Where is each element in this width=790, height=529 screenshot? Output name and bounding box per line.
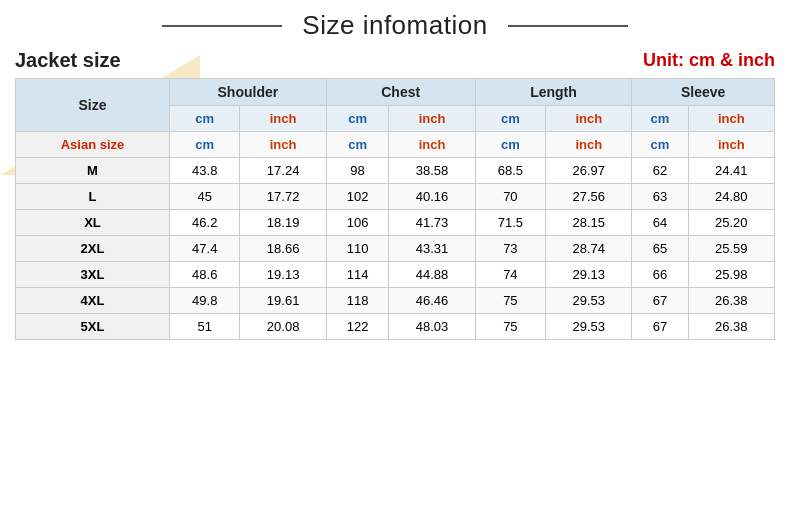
chest-inch-header: inch	[389, 106, 475, 132]
sleeve-cm-cell: 64	[632, 210, 688, 236]
shoulder-cm-cell: 49.8	[170, 288, 240, 314]
shoulder-cm-header: cm	[170, 106, 240, 132]
sleeve-cm-cell: 63	[632, 184, 688, 210]
jacket-size-label: Jacket size	[15, 49, 121, 72]
size-cell: 4XL	[16, 288, 170, 314]
length-cm-cell: 74	[475, 262, 545, 288]
chest-cm-cell: 106	[326, 210, 389, 236]
subtitle-row: Jacket size Unit: cm & inch	[15, 49, 775, 72]
length-inch-cell: 27.56	[546, 184, 632, 210]
shoulder-column-header: Shoulder	[170, 79, 327, 106]
length-cm-cell: 70	[475, 184, 545, 210]
table-row: 3XL 48.6 19.13 114 44.88 74 29.13 66 25.…	[16, 262, 775, 288]
sleeve-cm-header: cm	[632, 106, 688, 132]
size-cell: M	[16, 158, 170, 184]
shoulder-inch-cell: 20.08	[240, 314, 326, 340]
length-cm-cell: 73	[475, 236, 545, 262]
shoulder-cm-cell: 43.8	[170, 158, 240, 184]
size-column-header: Size	[16, 79, 170, 132]
length-cm-cell: 75	[475, 288, 545, 314]
length-inch-cell: 29.53	[546, 288, 632, 314]
sleeve-inch-cell: 25.20	[688, 210, 774, 236]
length-inch-cell: 28.15	[546, 210, 632, 236]
main-title: Size infomation	[302, 10, 487, 41]
title-line-left	[162, 25, 282, 27]
shoulder-inch-cell: 18.66	[240, 236, 326, 262]
asian-chest-cm: cm	[326, 132, 389, 158]
shoulder-cm-cell: 48.6	[170, 262, 240, 288]
asian-sleeve-inch: inch	[688, 132, 774, 158]
size-cell: XL	[16, 210, 170, 236]
sleeve-inch-cell: 26.38	[688, 288, 774, 314]
chest-inch-cell: 40.16	[389, 184, 475, 210]
chest-inch-cell: 43.31	[389, 236, 475, 262]
chest-inch-cell: 41.73	[389, 210, 475, 236]
asian-size-label: Asian size	[16, 132, 170, 158]
shoulder-cm-cell: 46.2	[170, 210, 240, 236]
length-inch-cell: 26.97	[546, 158, 632, 184]
sleeve-inch-cell: 24.41	[688, 158, 774, 184]
table-row: M 43.8 17.24 98 38.58 68.5 26.97 62 24.4…	[16, 158, 775, 184]
sleeve-inch-cell: 25.59	[688, 236, 774, 262]
sleeve-column-header: Sleeve	[632, 79, 775, 106]
length-cm-cell: 68.5	[475, 158, 545, 184]
chest-cm-cell: 102	[326, 184, 389, 210]
size-table: Size Shoulder Chest Length Sleeve cm inc…	[15, 78, 775, 340]
size-cell: 5XL	[16, 314, 170, 340]
asian-shoulder-cm: cm	[170, 132, 240, 158]
title-area: Size infomation	[15, 10, 775, 41]
size-cell: 2XL	[16, 236, 170, 262]
shoulder-inch-cell: 17.24	[240, 158, 326, 184]
chest-cm-cell: 98	[326, 158, 389, 184]
length-inch-cell: 29.53	[546, 314, 632, 340]
title-line-right	[508, 25, 628, 27]
shoulder-inch-cell: 18.19	[240, 210, 326, 236]
length-column-header: Length	[475, 79, 632, 106]
length-cm-cell: 75	[475, 314, 545, 340]
table-row: L 45 17.72 102 40.16 70 27.56 63 24.80	[16, 184, 775, 210]
asian-chest-inch: inch	[389, 132, 475, 158]
sleeve-cm-cell: 62	[632, 158, 688, 184]
asian-length-inch: inch	[546, 132, 632, 158]
chest-cm-cell: 110	[326, 236, 389, 262]
table-row: XL 46.2 18.19 106 41.73 71.5 28.15 64 25…	[16, 210, 775, 236]
length-inch-header: inch	[546, 106, 632, 132]
length-cm-header: cm	[475, 106, 545, 132]
size-cell: 3XL	[16, 262, 170, 288]
asian-size-row: Asian size cm inch cm inch cm inch cm in…	[16, 132, 775, 158]
shoulder-cm-cell: 47.4	[170, 236, 240, 262]
chest-inch-cell: 48.03	[389, 314, 475, 340]
length-inch-cell: 28.74	[546, 236, 632, 262]
sleeve-cm-cell: 66	[632, 262, 688, 288]
chest-inch-cell: 46.46	[389, 288, 475, 314]
shoulder-inch-cell: 19.61	[240, 288, 326, 314]
asian-sleeve-cm: cm	[632, 132, 688, 158]
title-line: Size infomation	[15, 10, 775, 41]
sleeve-cm-cell: 67	[632, 314, 688, 340]
main-container: Size infomation Jacket size Unit: cm & i…	[0, 0, 790, 529]
sleeve-cm-cell: 67	[632, 288, 688, 314]
asian-shoulder-inch: inch	[240, 132, 326, 158]
header-group-row: Size Shoulder Chest Length Sleeve	[16, 79, 775, 106]
chest-inch-cell: 44.88	[389, 262, 475, 288]
sleeve-inch-cell: 24.80	[688, 184, 774, 210]
length-cm-cell: 71.5	[475, 210, 545, 236]
chest-cm-cell: 114	[326, 262, 389, 288]
shoulder-inch-header: inch	[240, 106, 326, 132]
chest-column-header: Chest	[326, 79, 475, 106]
sleeve-inch-cell: 25.98	[688, 262, 774, 288]
chest-cm-cell: 122	[326, 314, 389, 340]
unit-label: Unit: cm & inch	[643, 50, 775, 71]
sleeve-inch-cell: 26.38	[688, 314, 774, 340]
chest-cm-cell: 118	[326, 288, 389, 314]
asian-length-cm: cm	[475, 132, 545, 158]
chest-inch-cell: 38.58	[389, 158, 475, 184]
shoulder-inch-cell: 19.13	[240, 262, 326, 288]
length-inch-cell: 29.13	[546, 262, 632, 288]
shoulder-cm-cell: 45	[170, 184, 240, 210]
size-cell: L	[16, 184, 170, 210]
table-row: 2XL 47.4 18.66 110 43.31 73 28.74 65 25.…	[16, 236, 775, 262]
shoulder-cm-cell: 51	[170, 314, 240, 340]
table-row: 4XL 49.8 19.61 118 46.46 75 29.53 67 26.…	[16, 288, 775, 314]
sleeve-inch-header: inch	[688, 106, 774, 132]
